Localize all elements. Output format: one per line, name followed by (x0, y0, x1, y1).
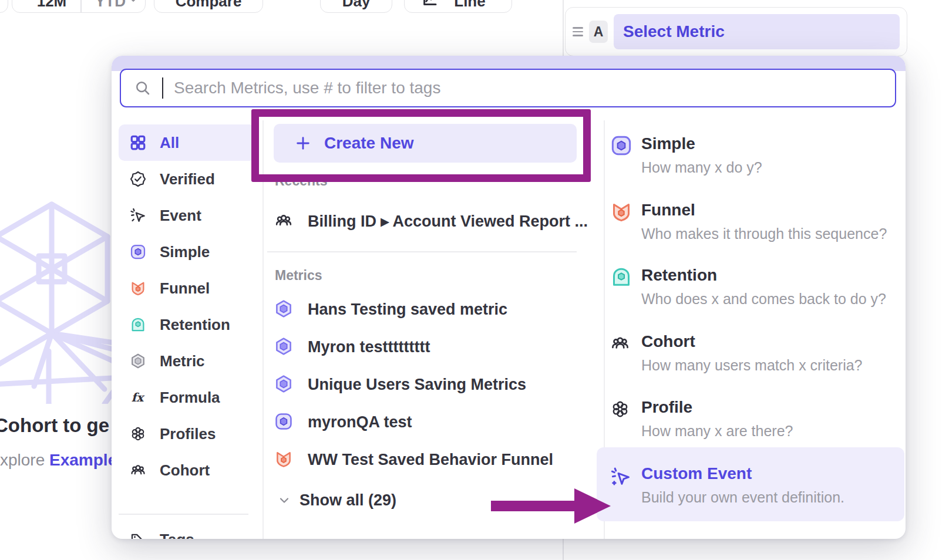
chart-type-label: Line (416, 0, 512, 11)
metric-item-label: Myron testtttttttt (308, 338, 430, 356)
sidebar-item-label: All (160, 134, 179, 152)
metric-item-label: Unique Users Saving Metrics (308, 376, 526, 394)
section-divider (267, 251, 577, 252)
type-title-funnel[interactable]: Funnel (641, 201, 695, 220)
simple-squircle-icon (129, 243, 147, 261)
simple-squircle-icon (274, 411, 295, 433)
chevron-down-icon (277, 493, 291, 507)
chart-type-button[interactable]: Line (404, 0, 512, 13)
sidebar-item-label: Event (160, 207, 201, 225)
select-metric-pill[interactable]: Select Metric (614, 14, 900, 49)
sidebar-item-label: Funnel (160, 279, 210, 298)
sidebar-item-label: Simple (160, 243, 210, 261)
formula-fx-icon: fx (129, 389, 147, 406)
sidebar-item-tags[interactable]: Tags (119, 521, 255, 539)
date-range-segmented[interactable]: 12M YTD (12, 0, 146, 13)
sidebar-item-formula[interactable]: fx Formula (119, 379, 255, 416)
type-title-custom-event[interactable]: Custom Event (641, 464, 752, 483)
sidebar-item-label: Verified (160, 170, 215, 188)
metric-list-item[interactable]: WW Test Saved Behavior Funnel (274, 444, 577, 475)
sidebar-item-cohort[interactable]: Cohort (119, 452, 255, 488)
interval-label: Day (321, 0, 392, 11)
cohort-people-icon (129, 461, 147, 479)
sidebar-item-label: Tags (160, 531, 194, 539)
type-desc-funnel: Who makes it through this sequence? (641, 225, 887, 242)
series-badge: A (589, 21, 608, 43)
partial-card (0, 0, 8, 13)
annotation-highlight-box (251, 109, 591, 182)
metric-row[interactable]: A Select Metric (565, 7, 907, 56)
search-placeholder: Search Metrics, use # to filter to tags (174, 79, 440, 97)
app-canvas: 12M YTD Compare Day Line A Select Metric (0, 0, 949, 560)
explore-prefix: xplore (0, 451, 49, 469)
chevron-down-icon (127, 0, 139, 5)
explore-line: xplore Example (0, 451, 117, 470)
sidebar-item-label: Formula (160, 389, 220, 407)
metric-list-item[interactable]: myronQA test (274, 406, 577, 438)
metric-list-item[interactable]: Myron testtttttttt (274, 331, 577, 363)
text-cursor (162, 77, 163, 99)
type-desc-retention: Who does x and comes back to do y? (641, 291, 886, 308)
metric-item-label: WW Test Saved Behavior Funnel (308, 451, 553, 469)
svg-text:fx: fx (132, 390, 146, 404)
metric-list-item[interactable]: Unique Users Saving Metrics (274, 369, 577, 400)
cohort-people-icon (274, 211, 295, 232)
simple-squircle-icon (610, 134, 633, 157)
type-title-simple[interactable]: Simple (641, 134, 695, 153)
compare-label: Compare (154, 0, 263, 11)
event-cursor-icon (129, 207, 147, 224)
sidebar-divider (119, 514, 248, 515)
sidebar-item-simple[interactable]: Simple (119, 234, 255, 270)
tag-icon (129, 531, 147, 539)
funnel-icon (129, 279, 147, 297)
type-title-profile[interactable]: Profile (641, 398, 692, 417)
example-link[interactable]: Example (49, 451, 117, 469)
grid-icon (129, 134, 147, 151)
funnel-icon (274, 449, 295, 470)
funnel-icon (610, 200, 633, 224)
metric-list-item[interactable]: Hans Testing saved metric (274, 294, 577, 325)
column-separator (263, 120, 264, 539)
cohort-people-icon (610, 333, 631, 354)
compare-button[interactable]: Compare (154, 0, 263, 13)
sidebar-item-funnel[interactable]: Funnel (119, 270, 255, 306)
type-desc-cohort: How many users match x criteria? (641, 357, 863, 374)
retention-icon (610, 265, 633, 289)
interval-button[interactable]: Day (320, 0, 392, 13)
empty-state-headline: Cohort to ge (0, 414, 109, 437)
custom-event-row[interactable] (597, 447, 904, 521)
profiles-flower-icon (129, 425, 147, 443)
search-input[interactable]: Search Metrics, use # to filter to tags (120, 69, 896, 107)
sidebar-item-event[interactable]: Event (119, 197, 255, 234)
show-all-button[interactable]: Show all (29) (277, 487, 396, 513)
metric-item-label: myronQA test (308, 413, 412, 431)
sidebar-item-all[interactable]: All (119, 124, 255, 161)
show-all-label: Show all (29) (299, 491, 396, 510)
sidebar-item-label: Profiles (160, 425, 216, 443)
profiles-flower-icon (610, 399, 631, 420)
sidebar-item-profiles[interactable]: Profiles (119, 416, 255, 452)
annotation-arrow-head (574, 488, 611, 524)
type-desc-simple: How many x do y? (641, 159, 762, 176)
sidebar-item-verified[interactable]: Verified (119, 161, 255, 197)
search-icon (134, 79, 152, 97)
drag-handle-icon[interactable] (573, 27, 583, 36)
metric-hexagon-icon (129, 352, 147, 370)
retention-icon (129, 316, 147, 333)
sidebar-item-label: Retention (160, 316, 230, 334)
sidebar-item-retention[interactable]: Retention (119, 306, 255, 343)
saved-metric-hexagon-icon (274, 336, 295, 357)
recent-item[interactable]: Billing ID ▸ Account Viewed Report ... (274, 205, 577, 237)
sidebar-item-label: Cohort (160, 461, 210, 480)
metrics-heading: Metrics (275, 268, 322, 284)
saved-metric-hexagon-icon (274, 299, 295, 320)
sidebar-item-metric[interactable]: Metric (119, 343, 255, 379)
type-desc-profile: How many x are there? (641, 423, 793, 440)
verified-seal-icon (129, 170, 147, 188)
type-title-cohort[interactable]: Cohort (641, 332, 695, 351)
saved-metric-hexagon-icon (274, 374, 295, 395)
sidebar-item-label: Metric (160, 352, 205, 370)
type-title-retention[interactable]: Retention (641, 266, 717, 285)
recent-item-label: Billing ID ▸ Account Viewed Report ... (308, 212, 588, 231)
custom-event-icon (610, 465, 632, 488)
